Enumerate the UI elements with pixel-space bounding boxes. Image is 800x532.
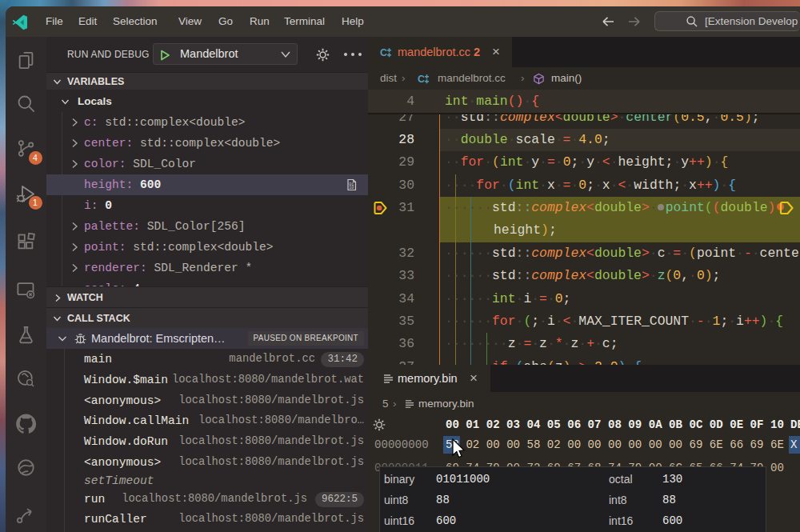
svg-text:10: 10: [349, 186, 354, 190]
svg-text:C: C: [380, 47, 387, 58]
svg-text:C: C: [418, 74, 425, 85]
